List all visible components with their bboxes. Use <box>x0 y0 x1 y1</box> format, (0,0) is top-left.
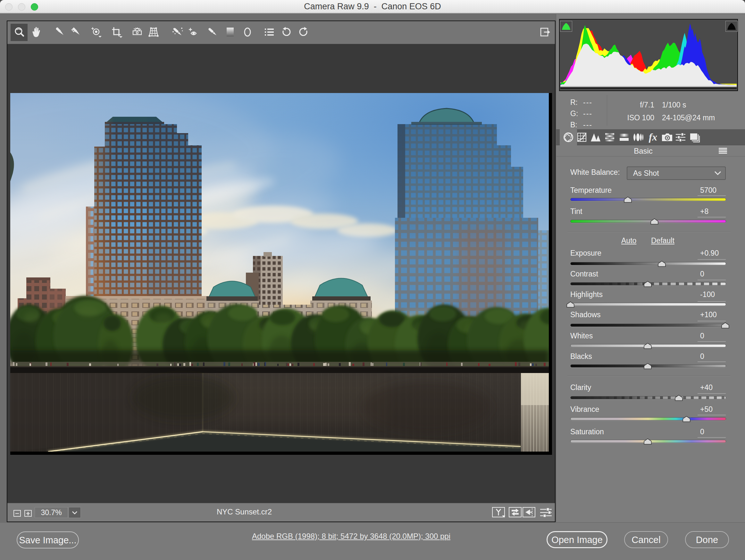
svg-text:fx: fx <box>649 131 657 143</box>
